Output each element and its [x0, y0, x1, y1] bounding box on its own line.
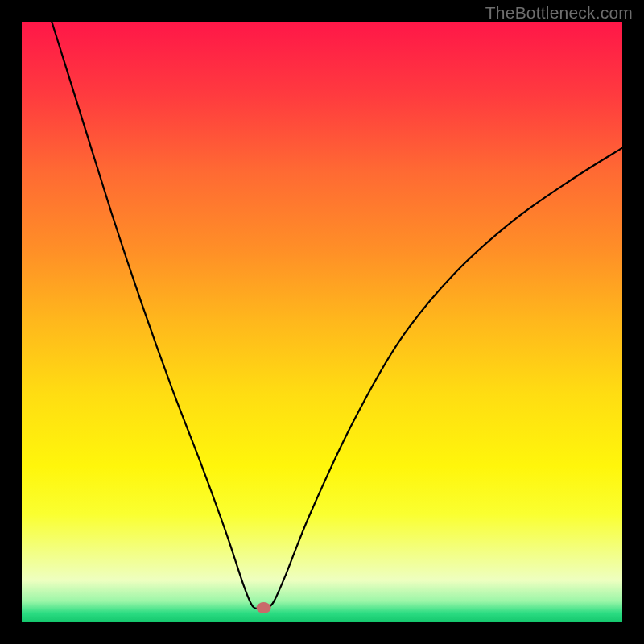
watermark-text: TheBottleneck.com [485, 3, 633, 23]
chart-frame [22, 22, 622, 622]
optimal-marker [257, 602, 271, 613]
gradient-background [22, 22, 622, 622]
chart-canvas [22, 22, 622, 622]
